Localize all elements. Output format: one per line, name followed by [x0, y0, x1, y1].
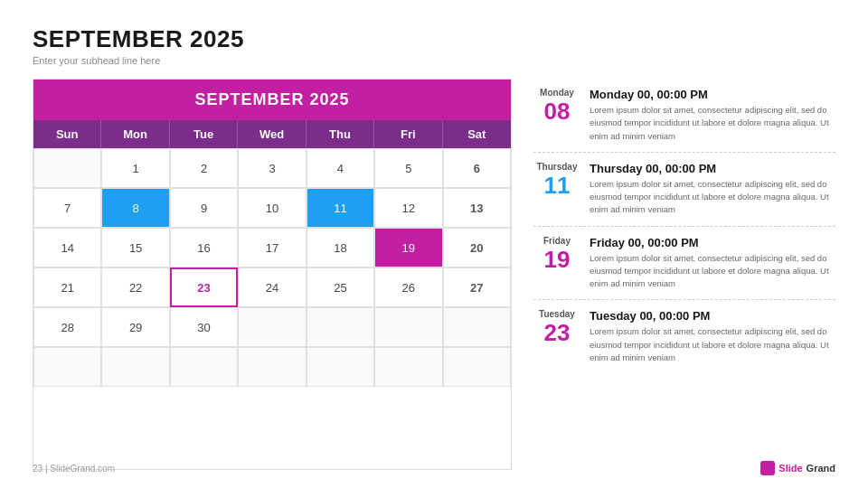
cal-cell — [238, 307, 306, 347]
cal-cell — [443, 307, 511, 347]
cal-cell: 15 — [101, 228, 169, 267]
cal-cell: 4 — [307, 148, 374, 188]
logo-slide: Slide — [778, 463, 802, 474]
event-day-name: Friday — [543, 236, 571, 246]
cal-cell: 21 — [33, 267, 101, 307]
cal-cell-sat: 6 — [443, 148, 511, 188]
cal-cell: 30 — [170, 307, 238, 347]
cal-cell — [307, 307, 374, 347]
logo-icon — [760, 461, 775, 475]
event-day-label: Monday 08 — [533, 88, 580, 143]
event-desc: Lorem ipsum dolor sit amet, consectetur … — [590, 325, 835, 364]
footer: 23 | SlideGrand.com SlideGrand — [33, 461, 835, 475]
cal-cell-23-highlight: 23 — [170, 267, 238, 307]
cal-cell: 3 — [238, 148, 306, 188]
cal-cell — [443, 347, 511, 387]
page-subtitle: Enter your subhead line here — [33, 55, 835, 66]
event-item-2: Friday 19 Friday 00, 00:00 PM Lorem ipsu… — [533, 227, 835, 301]
cal-cell — [33, 148, 101, 188]
footer-logo: SlideGrand — [760, 461, 835, 475]
cal-cell: 1 — [101, 148, 169, 188]
cal-cell: 10 — [238, 188, 306, 228]
event-item-3: Tuesday 23 Tuesday 00, 00:00 PM Lorem ip… — [533, 300, 835, 373]
cal-cell-sat: 20 — [443, 228, 511, 267]
event-day-num: 08 — [544, 99, 571, 123]
logo-grand: Grand — [807, 463, 835, 474]
cal-cell: 17 — [238, 228, 306, 267]
day-header-tue: Tue — [170, 120, 238, 148]
cal-cell-11-highlight: 11 — [307, 188, 374, 228]
page-container: SEPTEMBER 2025 Enter your subhead line h… — [0, 0, 868, 488]
cal-cell — [238, 347, 306, 387]
cal-cell — [101, 347, 169, 387]
cal-cell: 22 — [101, 267, 169, 307]
event-item-1: Thursday 11 Thursday 00, 00:00 PM Lorem … — [533, 153, 835, 227]
event-day-name: Tuesday — [539, 309, 575, 319]
cal-cell — [307, 347, 374, 387]
event-title: Tuesday 00, 00:00 PM — [590, 309, 835, 323]
event-desc: Lorem ipsum dolor sit amet, consectetur … — [590, 104, 835, 143]
cal-cell: 12 — [374, 188, 442, 228]
day-header-sun: Sun — [33, 120, 101, 148]
footer-site: | SlideGrand.com — [45, 464, 115, 474]
cal-cell: 7 — [33, 188, 101, 228]
event-title: Thursday 00, 00:00 PM — [590, 162, 835, 175]
event-day-label: Tuesday 23 — [533, 309, 580, 364]
content-area: SEPTEMBER 2025 Sun Mon Tue Wed Thu Fri S… — [33, 79, 835, 470]
footer-page: 23 | SlideGrand.com — [33, 464, 115, 474]
event-details: Monday 00, 00:00 PM Lorem ipsum dolor si… — [590, 88, 835, 143]
event-details: Thursday 00, 00:00 PM Lorem ipsum dolor … — [590, 162, 835, 217]
cal-cell: 28 — [33, 307, 101, 347]
event-day-label: Friday 19 — [533, 236, 580, 291]
event-day-name: Monday — [540, 88, 574, 98]
cal-cell-sat: 27 — [443, 267, 511, 307]
cal-cell: 9 — [170, 188, 238, 228]
cal-cell: 18 — [307, 228, 374, 267]
calendar: SEPTEMBER 2025 Sun Mon Tue Wed Thu Fri S… — [33, 79, 512, 470]
event-details: Friday 00, 00:00 PM Lorem ipsum dolor si… — [590, 236, 835, 291]
day-header-fri: Fri — [374, 120, 442, 148]
cal-cell: 29 — [101, 307, 169, 347]
cal-cell: 25 — [307, 267, 374, 307]
event-item-0: Monday 08 Monday 00, 00:00 PM Lorem ipsu… — [533, 79, 835, 153]
cal-cell-19-highlight: 19 — [374, 228, 442, 267]
cal-cell — [170, 347, 238, 387]
cal-cell: 16 — [170, 228, 238, 267]
cal-cell — [33, 347, 101, 387]
cal-cell: 24 — [238, 267, 306, 307]
day-header-wed: Wed — [238, 120, 306, 148]
event-day-num: 23 — [544, 321, 571, 344]
day-header-thu: Thu — [307, 120, 374, 148]
calendar-header: SEPTEMBER 2025 — [33, 80, 511, 120]
cal-cell-8-highlight: 8 — [101, 188, 169, 228]
event-desc: Lorem ipsum dolor sit amet, consectetur … — [590, 252, 835, 291]
cal-cell — [374, 347, 442, 387]
cal-cell — [374, 307, 442, 347]
header-section: SEPTEMBER 2025 Enter your subhead line h… — [33, 25, 835, 66]
calendar-body: 1 2 3 4 5 6 7 8 9 10 11 12 13 14 15 16 1… — [33, 148, 511, 387]
event-title: Monday 00, 00:00 PM — [590, 88, 835, 101]
cal-cell: 14 — [33, 228, 101, 267]
cal-cell: 26 — [374, 267, 442, 307]
event-day-name: Thursday — [536, 162, 577, 172]
cal-cell-sat: 13 — [443, 188, 511, 228]
page-title: SEPTEMBER 2025 — [33, 25, 835, 53]
event-title: Friday 00, 00:00 PM — [590, 236, 835, 249]
cal-cell: 5 — [374, 148, 442, 188]
event-desc: Lorem ipsum dolor sit amet, consectetur … — [590, 178, 835, 217]
page-number: 23 — [33, 464, 42, 474]
events-sidebar: Monday 08 Monday 00, 00:00 PM Lorem ipsu… — [533, 79, 835, 470]
event-day-num: 19 — [544, 248, 571, 271]
event-day-num: 11 — [544, 174, 571, 197]
event-details: Tuesday 00, 00:00 PM Lorem ipsum dolor s… — [590, 309, 835, 364]
calendar-days-header: Sun Mon Tue Wed Thu Fri Sat — [33, 120, 511, 148]
cal-cell: 2 — [170, 148, 238, 188]
day-header-mon: Mon — [101, 120, 169, 148]
event-day-label: Thursday 11 — [533, 162, 580, 217]
day-header-sat: Sat — [443, 120, 511, 148]
